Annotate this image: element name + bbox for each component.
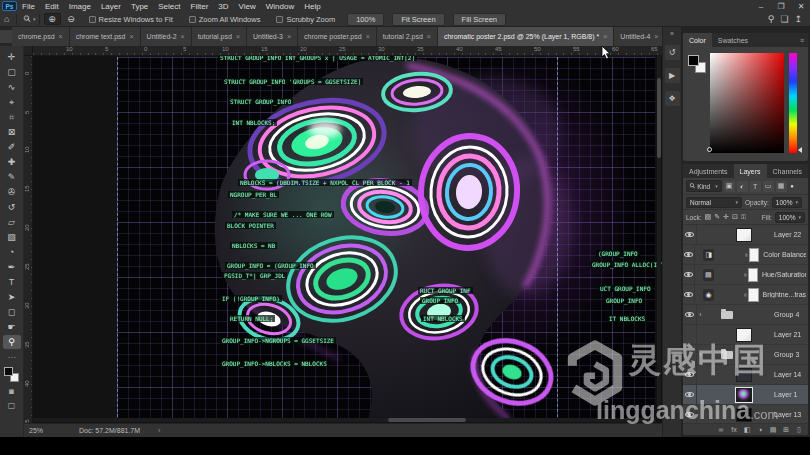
zoom-tool-icon[interactable]: ⚲ — [19, 10, 36, 27]
layer-thumbnail[interactable] — [736, 368, 752, 382]
status-chevron-icon[interactable]: › — [158, 427, 160, 434]
layers-bottom-icon[interactable]: ◑ — [756, 426, 764, 433]
checkbox[interactable]: Scrubby Zoom — [276, 15, 335, 24]
visibility-toggle[interactable] — [683, 265, 695, 284]
menu-item[interactable]: Layer — [96, 2, 126, 11]
foreground-background-swatches[interactable] — [688, 55, 706, 73]
menu-item[interactable]: Image — [64, 2, 96, 11]
menu-item[interactable]: Type — [126, 2, 153, 11]
options-button[interactable]: Fill Screen — [453, 13, 506, 26]
move-tool[interactable]: ✛ — [3, 50, 21, 64]
layer-name[interactable]: Layer 21 — [774, 331, 801, 338]
document-tab[interactable]: chrome poster.psd× — [298, 27, 377, 46]
type-tool[interactable]: T — [3, 275, 21, 289]
marquee-tool[interactable]: ▢ — [3, 65, 21, 79]
header-icon[interactable]: ↥ — [794, 14, 802, 24]
close-icon[interactable]: × — [129, 33, 133, 40]
layers-bottom-icon[interactable]: ▤ — [769, 426, 777, 434]
menu-item[interactable]: Help — [299, 2, 325, 11]
document-tab[interactable]: Untitled-4× — [614, 27, 662, 46]
filter-icon[interactable]: ▦ — [776, 181, 787, 192]
Layer 21[interactable]: › ∞ Layer 21 — [683, 325, 808, 345]
Layer 14[interactable]: › ∞ Layer 14 — [683, 365, 808, 385]
close-icon[interactable]: × — [427, 33, 431, 40]
layer-thumbnail[interactable] — [736, 408, 752, 422]
filter-toggle-icon[interactable]: ● — [789, 183, 796, 189]
crop-tool[interactable]: ⌗ — [3, 110, 21, 124]
layer-name[interactable]: Layer 1 — [774, 391, 797, 398]
layer-mask-thumbnail[interactable] — [749, 248, 760, 262]
close-icon[interactable]: × — [181, 33, 185, 40]
close-icon[interactable]: × — [366, 33, 370, 40]
layer-name[interactable]: Layer 14 — [774, 371, 801, 378]
scrollbar-handle[interactable] — [657, 78, 661, 158]
scrollbar-handle[interactable] — [388, 418, 466, 422]
shape-tool[interactable]: ◻ — [3, 305, 21, 319]
lock-icon[interactable]: ✎ — [714, 213, 720, 221]
document-tab[interactable]: tutorial.psd× — [192, 27, 247, 46]
panel-tab[interactable]: Layers — [734, 164, 767, 178]
color-picker[interactable] — [683, 47, 808, 161]
panel-tab[interactable]: Color — [683, 33, 712, 47]
panel-tab[interactable]: Adjustments — [683, 164, 734, 178]
panel-menu-icon[interactable]: ≡ — [796, 33, 808, 47]
layers-bottom-icon[interactable]: ⊞ — [782, 426, 790, 434]
document-tab[interactable]: chromatic poster 2.psd @ 25% (Layer 1, R… — [438, 27, 614, 46]
Brightne...trast 3[interactable]: › ◉ ∞ Brightne...trast 3 — [683, 285, 808, 305]
horizontal-scrollbar[interactable] — [33, 418, 656, 422]
foreground-background-swatches[interactable] — [4, 367, 19, 382]
checkbox[interactable]: Resize Windows to Fit — [89, 15, 173, 24]
document-tab[interactable]: tutorial 2.psd× — [377, 27, 438, 46]
lasso-tool[interactable]: ∿ — [3, 80, 21, 94]
filter-icon[interactable]: ▣ — [724, 181, 735, 192]
Layer 22[interactable]: › ∞ Layer 22 — [683, 225, 808, 245]
options-button[interactable]: 100% — [347, 13, 384, 26]
dock-icon[interactable]: ▶ — [665, 68, 680, 83]
foreground-color-swatch[interactable] — [4, 367, 13, 376]
lock-icon[interactable]: ⊡ — [732, 213, 738, 221]
zoom-out-button[interactable]: ⊖ — [63, 13, 80, 25]
document-tab[interactable]: Untitled-2× — [141, 27, 192, 46]
layers-bottom-icon[interactable]: ▯ — [795, 426, 803, 434]
close-icon[interactable]: × — [654, 33, 658, 40]
zoom-tool[interactable]: ⚲ — [3, 335, 21, 349]
visibility-toggle[interactable] — [683, 305, 697, 324]
minimize-button[interactable]: – — [752, 2, 770, 11]
panel-tab[interactable]: Channels — [767, 164, 808, 178]
home-icon[interactable]: ⌂ — [0, 14, 13, 24]
close-button[interactable]: ✕ — [792, 2, 810, 11]
eraser-tool[interactable]: ▱ — [3, 215, 21, 229]
layer-name[interactable]: Layer 22 — [774, 231, 801, 238]
filter-icon[interactable]: T — [750, 181, 761, 192]
visibility-toggle[interactable] — [683, 345, 697, 364]
close-icon[interactable]: × — [287, 33, 291, 40]
visibility-toggle[interactable] — [683, 365, 697, 384]
brush-tool[interactable]: ✎ — [3, 170, 21, 184]
quick-selection-tool[interactable]: ⌖ — [3, 95, 21, 109]
saturation-brightness-field[interactable] — [710, 53, 784, 153]
Layer 1[interactable]: › ∞ Layer 1 — [683, 385, 808, 405]
layer-name[interactable]: Layer 13 — [774, 411, 801, 418]
group-caret-icon[interactable]: › — [697, 311, 704, 318]
panel-tab[interactable]: Swatches — [712, 33, 754, 47]
menu-item[interactable]: View — [234, 2, 261, 11]
layer-name[interactable]: Color Balance 2 — [763, 251, 806, 258]
close-icon[interactable]: × — [59, 33, 63, 40]
eyedropper-tool[interactable]: ✐ — [3, 140, 21, 154]
checkbox-box[interactable] — [89, 16, 96, 23]
hue-strip[interactable] — [789, 53, 797, 153]
hand-tool[interactable]: ☛ — [3, 320, 21, 334]
layer-thumbnail[interactable] — [736, 328, 752, 342]
visibility-toggle[interactable] — [683, 245, 695, 264]
healing-brush-tool[interactable]: ✚ — [3, 155, 21, 169]
zoom-in-button[interactable]: ⊕ — [44, 13, 61, 25]
menu-item[interactable]: Filter — [186, 2, 214, 11]
checkbox-box[interactable] — [276, 16, 283, 23]
maximize-button[interactable]: ❐ — [772, 2, 790, 11]
Hue/Saturation 4[interactable]: › ▤ ∞ Hue/Saturation 4 — [683, 265, 808, 285]
pen-tool[interactable]: ✒ — [3, 260, 21, 274]
opacity-field[interactable]: 100% ▾ — [772, 197, 802, 208]
layer-name[interactable]: Brightne...trast 3 — [763, 291, 806, 298]
Layer 13[interactable]: › ∞ Layer 13 — [683, 405, 808, 423]
menu-item[interactable]: Edit — [40, 2, 64, 11]
